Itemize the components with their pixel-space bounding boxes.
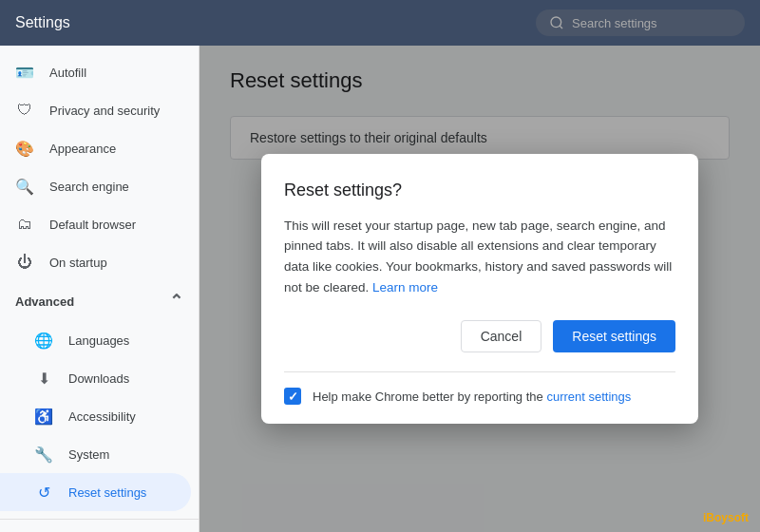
sidebar-item-autofill[interactable]: 🪪 Autofill (0, 53, 191, 91)
sidebar-item-label: Languages (68, 333, 129, 348)
downloads-icon: ⬇ (34, 369, 53, 388)
reset-icon: ↺ (34, 483, 53, 502)
search-icon (549, 15, 564, 30)
sidebar-item-label: Downloads (68, 371, 129, 386)
sidebar-item-default-browser[interactable]: 🗂 Default browser (0, 205, 191, 243)
accessibility-icon: ♿ (34, 407, 53, 426)
app-title: Settings (15, 14, 70, 31)
sidebar-item-label: Accessibility (68, 409, 136, 424)
learn-more-link[interactable]: Learn more (372, 280, 438, 294)
sidebar-bottom: Extensions ↗ About Chrome (0, 519, 199, 532)
footer-static-text: Help make Chrome better by reporting the (313, 390, 543, 404)
search-input[interactable] (572, 16, 732, 30)
dialog-title: Reset settings? (284, 180, 675, 200)
header: Settings (0, 0, 760, 46)
sidebar-item-appearance[interactable]: 🎨 Appearance (0, 129, 191, 167)
content-area: Reset settings Restore settings to their… (200, 46, 760, 532)
privacy-icon: 🛡 (15, 101, 34, 120)
sidebar-item-label: Default browser (49, 218, 136, 232)
chevron-up-icon: ⌃ (169, 291, 183, 312)
sidebar-item-languages[interactable]: 🌐 Languages (0, 321, 191, 359)
watermark-brand: iBoysoft (703, 511, 749, 524)
sidebar-item-label: Autofill (49, 66, 86, 80)
sidebar-item-downloads[interactable]: ⬇ Downloads (0, 359, 191, 397)
sidebar-item-privacy[interactable]: 🛡 Privacy and security (0, 91, 191, 129)
sidebar-item-reset-settings[interactable]: ↺ Reset settings (0, 473, 191, 511)
search-engine-icon: 🔍 (15, 177, 34, 196)
current-settings-link[interactable]: current settings (546, 390, 631, 404)
watermark: iBoysoft (703, 511, 749, 524)
autofill-icon: 🪪 (15, 63, 34, 82)
main-layout: 🪪 Autofill 🛡 Privacy and security 🎨 Appe… (0, 46, 760, 532)
sidebar-item-label: Search engine (49, 180, 129, 194)
dialog-actions: Cancel Reset settings (284, 320, 675, 352)
dialog-footer: Help make Chrome better by reporting the… (284, 371, 675, 405)
advanced-label: Advanced (15, 294, 74, 309)
sidebar-item-system[interactable]: 🔧 System (0, 435, 191, 473)
sidebar-item-label: System (68, 447, 109, 462)
search-bar[interactable] (536, 10, 745, 36)
sidebar-item-extensions[interactable]: Extensions ↗ (0, 527, 199, 532)
footer-text: Help make Chrome better by reporting the… (313, 390, 631, 404)
default-browser-icon: 🗂 (15, 215, 34, 234)
sidebar-item-search-engine[interactable]: 🔍 Search engine (0, 167, 191, 205)
appearance-icon: 🎨 (15, 139, 34, 158)
sidebar-item-on-startup[interactable]: ⏻ On startup (0, 243, 191, 281)
sidebar-item-label: On startup (49, 256, 107, 270)
reset-dialog: Reset settings? This will reset your sta… (261, 154, 698, 424)
sidebar-item-label: Appearance (49, 142, 116, 156)
advanced-section-header[interactable]: Advanced ⌃ (0, 281, 199, 321)
sidebar-item-accessibility[interactable]: ♿ Accessibility (0, 397, 191, 435)
cancel-button[interactable]: Cancel (461, 320, 542, 352)
languages-icon: 🌐 (34, 331, 53, 350)
reset-settings-button[interactable]: Reset settings (553, 320, 675, 352)
dialog-body: This will reset your startup page, new t… (284, 216, 675, 297)
sidebar-item-label: Reset settings (68, 485, 146, 500)
svg-point-0 (551, 17, 561, 28)
modal-overlay: Reset settings? This will reset your sta… (200, 46, 760, 532)
on-startup-icon: ⏻ (15, 253, 34, 272)
svg-line-1 (560, 26, 562, 28)
dialog-body-text: This will reset your startup page, new t… (284, 218, 672, 294)
system-icon: 🔧 (34, 445, 53, 464)
help-chrome-checkbox[interactable] (284, 388, 301, 405)
sidebar-item-label: Privacy and security (49, 104, 160, 118)
sidebar: 🪪 Autofill 🛡 Privacy and security 🎨 Appe… (0, 46, 200, 532)
